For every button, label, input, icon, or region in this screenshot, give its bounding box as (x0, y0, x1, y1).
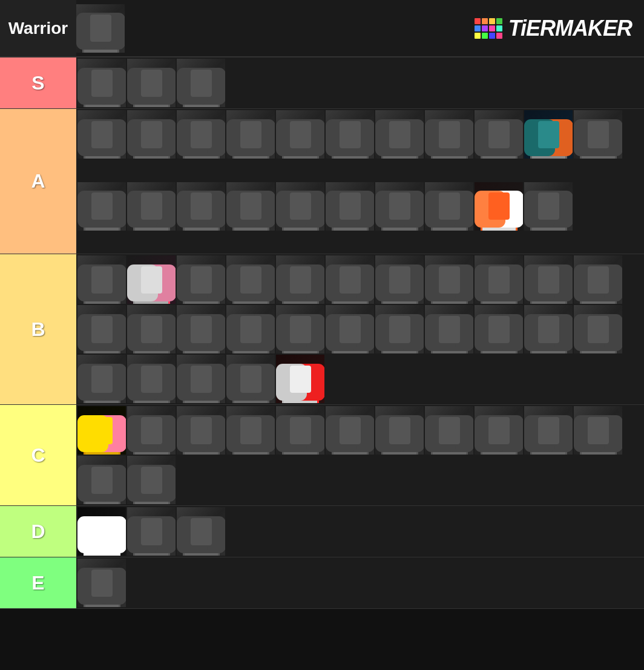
tier-content-s (76, 57, 644, 108)
list-item[interactable] (77, 110, 126, 159)
list-item[interactable] (425, 305, 473, 353)
list-item[interactable] (276, 305, 324, 353)
tier-content-b (76, 254, 644, 404)
list-item[interactable] (375, 305, 424, 353)
list-item[interactable] (77, 305, 126, 353)
list-item[interactable] (475, 110, 523, 159)
list-item[interactable] (326, 182, 374, 231)
list-item[interactable] (574, 110, 622, 159)
tier-label-a: A (0, 109, 76, 254)
list-item[interactable] (77, 255, 126, 304)
list-item[interactable] (77, 559, 126, 607)
list-item[interactable] (226, 305, 275, 353)
list-item[interactable] (127, 406, 176, 455)
tier-label-d: D (0, 506, 76, 557)
list-item[interactable] (475, 406, 523, 455)
list-item[interactable] (226, 182, 275, 231)
header-label: Warrior (0, 0, 76, 56)
list-item[interactable] (127, 110, 176, 159)
tiermaker-logo: TiERMAKER (475, 16, 644, 41)
tier-label-b: B (0, 254, 76, 404)
list-item[interactable] (425, 110, 473, 159)
logo-grid-icon (475, 18, 502, 39)
tier-list: Warrior TiERMAKER S (0, 0, 644, 609)
list-item[interactable] (226, 406, 275, 455)
tier-row-d: D (0, 506, 644, 557)
list-item[interactable] (425, 255, 473, 304)
list-item[interactable] (524, 182, 573, 231)
list-item[interactable] (177, 355, 225, 403)
list-item[interactable] (127, 456, 176, 504)
list-item[interactable] (475, 255, 523, 304)
tier-label-e: E (0, 557, 76, 608)
list-item[interactable] (77, 406, 126, 455)
list-item[interactable] (177, 59, 225, 107)
tier-row-b: B (0, 254, 644, 405)
list-item[interactable] (177, 305, 225, 353)
list-item[interactable] (177, 182, 225, 231)
list-item[interactable] (326, 305, 374, 353)
list-item[interactable] (524, 255, 573, 304)
list-item[interactable] (326, 110, 374, 159)
list-item[interactable] (524, 406, 573, 455)
list-item[interactable] (177, 110, 225, 159)
list-item[interactable] (226, 355, 275, 403)
header-row: Warrior TiERMAKER (0, 0, 644, 57)
list-item[interactable] (524, 305, 573, 353)
list-item[interactable] (574, 406, 622, 455)
list-item[interactable] (326, 255, 374, 304)
list-item[interactable] (77, 456, 126, 504)
list-item[interactable] (326, 406, 374, 455)
list-item[interactable] (276, 355, 324, 403)
list-item[interactable] (276, 182, 324, 231)
list-item[interactable] (226, 110, 275, 159)
list-item[interactable] (77, 507, 126, 556)
list-item[interactable] (127, 59, 176, 107)
list-item[interactable] (177, 507, 225, 556)
tier-content-e (76, 557, 644, 608)
tier-content-d (76, 506, 644, 557)
list-item[interactable] (375, 110, 424, 159)
header-thumbnail (76, 4, 125, 53)
list-item[interactable] (524, 110, 573, 159)
list-item[interactable] (574, 305, 622, 353)
logo-text: TiERMAKER (508, 16, 632, 41)
list-item[interactable] (77, 355, 126, 403)
list-item[interactable] (177, 255, 225, 304)
list-item[interactable] (127, 355, 176, 403)
list-item[interactable] (276, 110, 324, 159)
list-item[interactable] (375, 255, 424, 304)
list-item[interactable] (276, 255, 324, 304)
tier-label-c: C (0, 405, 76, 505)
tier-label-s: S (0, 57, 76, 108)
list-item[interactable] (177, 406, 225, 455)
tier-row-s: S (0, 57, 644, 109)
tier-row-c: C (0, 405, 644, 506)
list-item[interactable] (127, 182, 176, 231)
list-item[interactable] (375, 406, 424, 455)
list-item[interactable] (127, 507, 176, 556)
tier-content-a (76, 109, 644, 254)
header-title: Warrior (8, 19, 68, 38)
tier-row-e: E (0, 557, 644, 609)
list-item[interactable] (475, 182, 523, 231)
list-item[interactable] (574, 255, 622, 304)
list-item[interactable] (77, 59, 126, 107)
list-item[interactable] (475, 305, 523, 353)
list-item[interactable] (226, 255, 275, 304)
list-item[interactable] (127, 255, 176, 304)
list-item[interactable] (375, 182, 424, 231)
tier-content-c (76, 405, 644, 505)
list-item[interactable] (425, 182, 473, 231)
list-item[interactable] (127, 305, 176, 353)
list-item[interactable] (77, 182, 126, 231)
tier-row-a: A (0, 109, 644, 254)
list-item[interactable] (276, 406, 324, 455)
list-item[interactable] (425, 406, 473, 455)
